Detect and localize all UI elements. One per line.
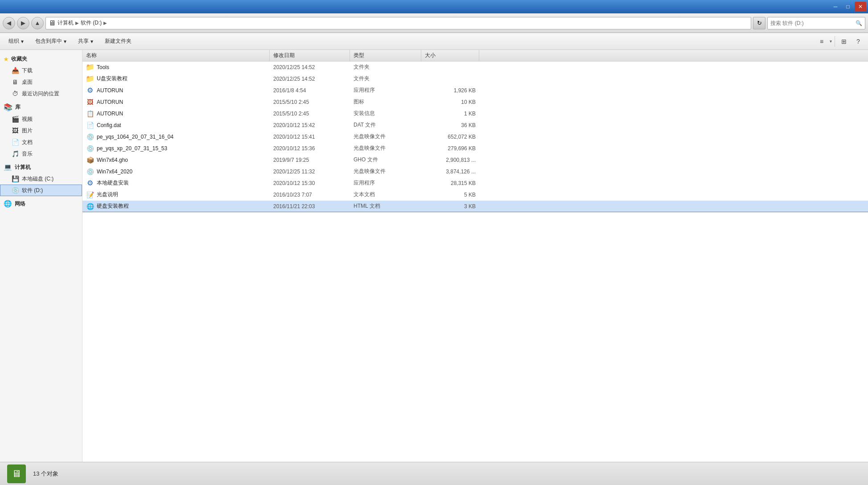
sidebar-section-favorites: ★ 收藏夹 📥 下载 🖥 桌面 ⏱ 最近访问的位置: [0, 53, 82, 99]
file-icon-10: ⚙: [86, 179, 94, 187]
sidebar-item-recent[interactable]: ⏱ 最近访问的位置: [0, 88, 82, 99]
cell-name-8: 📦 Win7x64.gho: [82, 156, 270, 164]
sidebar-item-music[interactable]: 🎵 音乐: [0, 148, 82, 160]
organize-button[interactable]: 组织 ▾: [4, 35, 29, 48]
share-button[interactable]: 共享 ▾: [73, 35, 98, 48]
cell-type-10: 应用程序: [350, 179, 421, 187]
file-icon-12: 🌐: [86, 202, 94, 210]
sidebar-item-desktop[interactable]: 🖥 桌面: [0, 76, 82, 88]
image-icon: 🖼: [11, 127, 19, 135]
table-row[interactable]: 💿 Win7x64_2020 2020/12/25 11:32 光盘映像文件 3…: [82, 166, 868, 177]
toolbar-separator: [835, 36, 835, 47]
cell-name-12: 🌐 硬盘安装教程: [82, 202, 270, 210]
address-bar: ◀ ▶ ▲ 🖥 计算机 ▶ 软件 (D:) ▶ ↻ 🔍: [0, 13, 868, 33]
col-header-size[interactable]: 大小: [421, 50, 479, 61]
music-icon: 🎵: [11, 150, 19, 158]
library-icon: 📚: [4, 103, 12, 111]
cell-type-3: 图标: [350, 98, 421, 106]
cell-name-3: 🖼 AUTORUN: [82, 98, 270, 106]
cell-type-5: DAT 文件: [350, 121, 421, 129]
table-row[interactable]: ⚙ AUTORUN 2016/1/8 4:54 应用程序 1,926 KB: [82, 85, 868, 96]
breadcrumb-drive[interactable]: 软件 (D:): [81, 19, 102, 27]
cell-type-12: HTML 文档: [350, 202, 421, 210]
file-icon-7: 💿: [86, 144, 94, 152]
views-button[interactable]: ≡: [815, 35, 828, 48]
cell-date-3: 2015/5/10 2:45: [270, 99, 350, 105]
cell-date-11: 2016/10/23 7:07: [270, 192, 350, 198]
cell-type-11: 文本文档: [350, 191, 421, 198]
cell-name-2: ⚙ AUTORUN: [82, 86, 270, 95]
cell-name-10: ⚙ 本地硬盘安装: [82, 179, 270, 187]
forward-button[interactable]: ▶: [17, 17, 29, 29]
breadcrumb-computer[interactable]: 计算机: [58, 19, 74, 27]
search-bar[interactable]: 🔍: [767, 17, 865, 29]
sidebar-item-downloads[interactable]: 📥 下载: [0, 65, 82, 76]
sidebar-header-computer: 💻 计算机: [0, 161, 82, 173]
cell-size-7: 279,696 KB: [421, 145, 479, 152]
cell-name-7: 💿 pe_yqs_xp_20_07_31_15_53: [82, 144, 270, 152]
col-header-date[interactable]: 修改日期: [270, 50, 350, 61]
disk-d-icon: 💿: [11, 186, 19, 194]
network-icon: 🌐: [4, 200, 12, 208]
back-button[interactable]: ◀: [3, 17, 15, 29]
breadcrumb[interactable]: 🖥 计算机 ▶ 软件 (D:) ▶: [45, 17, 751, 29]
sidebar-section-library: 📚 库 🎬 视频 🖼 图片 📄 文档 🎵 音乐: [0, 101, 82, 160]
include-button[interactable]: 包含到库中 ▾: [30, 35, 71, 48]
cell-date-8: 2019/9/7 19:25: [270, 157, 350, 163]
desktop-icon: 🖥: [11, 78, 19, 86]
sidebar: ★ 收藏夹 📥 下载 🖥 桌面 ⏱ 最近访问的位置 📚 库 �: [0, 50, 82, 462]
help-button[interactable]: ?: [852, 35, 864, 48]
breadcrumb-end-arrow: ▶: [103, 21, 107, 25]
cell-date-5: 2020/10/12 15:42: [270, 122, 350, 128]
search-icon[interactable]: 🔍: [856, 20, 862, 26]
new-folder-button[interactable]: 新建文件夹: [100, 35, 136, 48]
status-bar: 🖥 13 个对象: [0, 462, 868, 485]
table-row[interactable]: 📁 Tools 2020/12/25 14:52 文件夹: [82, 62, 868, 73]
col-header-name[interactable]: 名称: [82, 50, 270, 61]
table-row[interactable]: 📦 Win7x64.gho 2019/9/7 19:25 GHO 文件 2,90…: [82, 154, 868, 166]
sidebar-item-disk-d[interactable]: 💿 软件 (D:): [0, 185, 82, 196]
layout-button[interactable]: ⊞: [838, 35, 850, 48]
sidebar-item-disk-c[interactable]: 💾 本地磁盘 (C:): [0, 173, 82, 185]
sidebar-item-documents[interactable]: 📄 文档: [0, 136, 82, 148]
cell-date-12: 2016/11/21 22:03: [270, 203, 350, 210]
cell-type-2: 应用程序: [350, 86, 421, 94]
organize-arrow-icon: ▾: [21, 38, 24, 45]
video-icon: 🎬: [11, 115, 19, 123]
cell-type-6: 光盘映像文件: [350, 133, 421, 140]
sidebar-item-video[interactable]: 🎬 视频: [0, 113, 82, 125]
table-row[interactable]: 📋 AUTORUN 2015/5/10 2:45 安装信息 1 KB: [82, 108, 868, 119]
cell-type-1: 文件夹: [350, 75, 421, 82]
table-row[interactable]: 📝 光盘说明 2016/10/23 7:07 文本文档 5 KB: [82, 189, 868, 201]
toolbar-right: ≡ ▾ ⊞ ?: [815, 35, 864, 48]
maximize-button[interactable]: □: [842, 2, 854, 12]
cell-date-1: 2020/12/25 14:52: [270, 76, 350, 82]
table-row[interactable]: ⚙ 本地硬盘安装 2020/10/12 15:30 应用程序 28,315 KB: [82, 177, 868, 189]
sidebar-section-network: 🌐 网络: [0, 198, 82, 210]
file-list-header: 名称 修改日期 类型 大小: [82, 50, 868, 62]
table-row[interactable]: 💿 pe_yqs_xp_20_07_31_15_53 2020/10/12 15…: [82, 143, 868, 154]
refresh-button[interactable]: ↻: [753, 17, 765, 29]
file-icon-6: 💿: [86, 133, 94, 141]
file-icon-4: 📋: [86, 110, 94, 118]
up-button[interactable]: ▲: [31, 17, 44, 29]
cell-name-11: 📝 光盘说明: [82, 191, 270, 199]
table-row[interactable]: 📄 Config.dat 2020/10/12 15:42 DAT 文件 36 …: [82, 119, 868, 131]
cell-type-4: 安装信息: [350, 110, 421, 117]
cell-name-4: 📋 AUTORUN: [82, 110, 270, 118]
table-row[interactable]: 🌐 硬盘安装教程 2016/11/21 22:03 HTML 文档 3 KB: [82, 201, 868, 212]
col-header-type[interactable]: 类型: [350, 50, 421, 61]
cell-name-9: 💿 Win7x64_2020: [82, 168, 270, 176]
close-button[interactable]: ✕: [855, 2, 866, 12]
search-input[interactable]: [770, 20, 854, 26]
table-row[interactable]: 💿 pe_yqs_1064_20_07_31_16_04 2020/10/12 …: [82, 131, 868, 143]
table-row[interactable]: 📁 U盘安装教程 2020/12/25 14:52 文件夹: [82, 73, 868, 85]
sidebar-item-images[interactable]: 🖼 图片: [0, 125, 82, 136]
cell-size-3: 10 KB: [421, 99, 479, 105]
file-icon-8: 📦: [86, 156, 94, 164]
minimize-button[interactable]: ─: [830, 2, 841, 12]
views-arrow-icon: ▾: [830, 39, 832, 44]
sidebar-header-library: 📚 库: [0, 101, 82, 113]
table-row[interactable]: 🖼 AUTORUN 2015/5/10 2:45 图标 10 KB: [82, 96, 868, 108]
file-icon-9: 💿: [86, 168, 94, 176]
